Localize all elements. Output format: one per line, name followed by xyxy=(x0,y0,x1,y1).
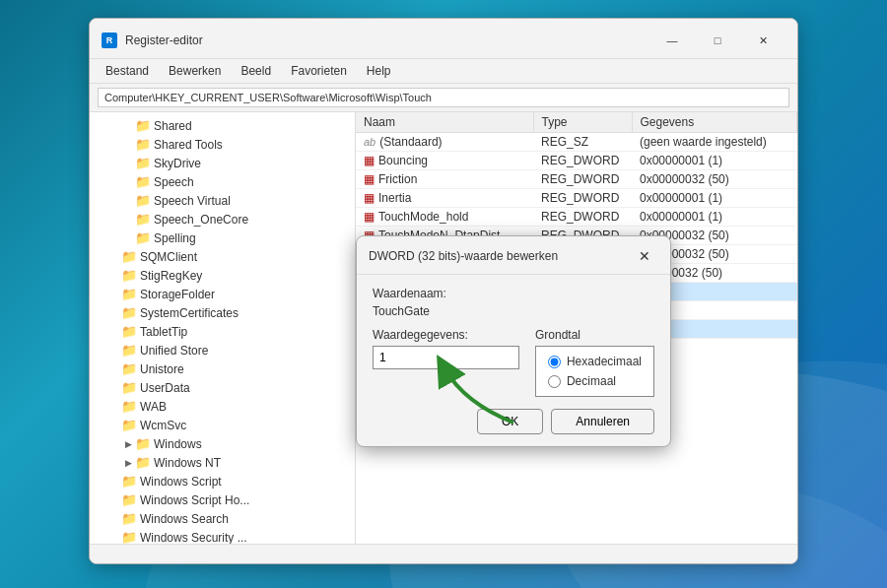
base-radio-group: Hexadecimaal Decimaal xyxy=(535,346,654,397)
radio-hex-input[interactable] xyxy=(548,356,561,368)
dialog-buttons: OK Annuleren xyxy=(373,409,654,434)
dialog-title: DWORD (32 bits)-waarde bewerken xyxy=(369,249,631,263)
radio-group-container: Grondtal Hexadecimaal Decimaal xyxy=(535,328,654,397)
registry-editor-window: R Register-editor — □ ✕ Bestand Bewerken… xyxy=(89,18,798,564)
radio-dec-input[interactable] xyxy=(548,375,561,388)
radio-dec-label: Decimaal xyxy=(567,374,616,388)
radio-hex-label: Hexadecimaal xyxy=(567,355,642,368)
radio-hexadecimal[interactable]: Hexadecimaal xyxy=(548,355,642,368)
value-name-display: TouchGate xyxy=(373,304,654,318)
ok-button[interactable]: OK xyxy=(477,409,543,434)
dialog-close-button[interactable]: ✕ xyxy=(631,244,658,268)
data-label: Waardegegevens: xyxy=(373,328,519,342)
dialog-title-bar: DWORD (32 bits)-waarde bewerken ✕ xyxy=(357,236,670,275)
base-label: Grondtal xyxy=(535,328,654,342)
cancel-button[interactable]: Annuleren xyxy=(551,409,654,434)
dialog-data-row: Waardegegevens: Grondtal Hexadecimaal xyxy=(373,328,654,397)
radio-decimal[interactable]: Decimaal xyxy=(548,374,642,388)
data-value-input[interactable] xyxy=(373,346,519,369)
data-input-group: Waardegegevens: xyxy=(373,328,519,397)
value-name-label: Waardenaam: xyxy=(373,287,654,300)
dialog-overlay: DWORD (32 bits)-waarde bewerken ✕ Waarde… xyxy=(90,19,797,563)
dialog-body: Waardenaam: TouchGate Waardegegevens: Gr… xyxy=(357,275,670,446)
dword-edit-dialog: DWORD (32 bits)-waarde bewerken ✕ Waarde… xyxy=(356,235,671,447)
